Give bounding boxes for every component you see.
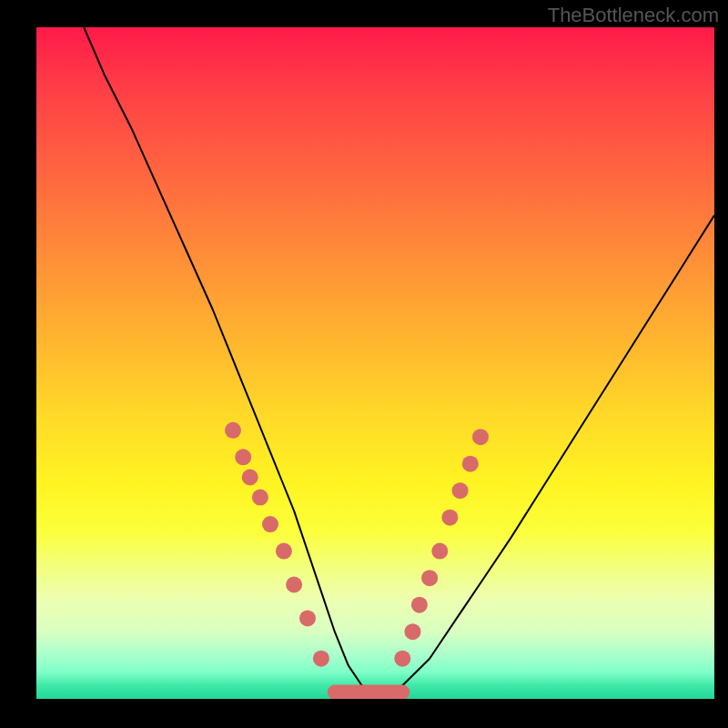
watermark-text: TheBottleneck.com <box>548 4 719 27</box>
svg-point-10 <box>405 623 421 640</box>
svg-point-5 <box>276 543 292 560</box>
chart-plot-area <box>36 27 714 699</box>
svg-point-14 <box>441 510 458 526</box>
svg-point-7 <box>299 610 316 626</box>
svg-point-17 <box>472 429 489 445</box>
svg-point-16 <box>462 456 479 472</box>
svg-point-4 <box>262 516 278 532</box>
svg-point-0 <box>225 422 241 439</box>
svg-point-9 <box>394 651 410 667</box>
svg-point-15 <box>452 482 469 499</box>
svg-point-8 <box>313 651 329 667</box>
svg-point-3 <box>252 490 268 506</box>
svg-point-13 <box>431 543 448 560</box>
dots-left <box>225 422 329 667</box>
dots-right <box>394 429 489 667</box>
chart-svg-overlay <box>36 27 714 699</box>
svg-point-1 <box>235 449 251 465</box>
bottleneck-curve <box>84 27 714 693</box>
svg-point-6 <box>286 577 302 593</box>
svg-point-11 <box>411 597 428 613</box>
svg-point-12 <box>421 570 438 586</box>
svg-point-2 <box>242 470 258 486</box>
